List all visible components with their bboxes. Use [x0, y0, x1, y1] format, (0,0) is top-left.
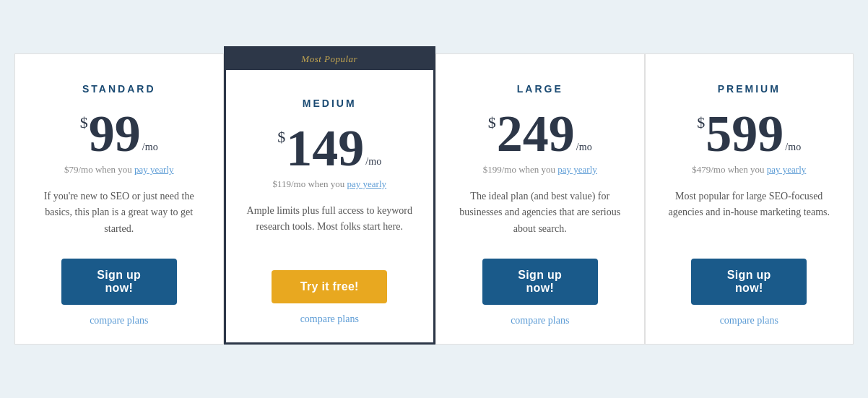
currency-large: $: [488, 115, 496, 131]
currency-standard: $: [80, 115, 88, 131]
try-free-button-medium[interactable]: Try it free!: [272, 270, 387, 303]
pricing-container: STANDARD $ 99 /mo $79/mo when you pay ye…: [14, 53, 854, 345]
per-month-large: /mo: [576, 142, 592, 152]
signup-button-large[interactable]: Sign up now!: [482, 259, 598, 305]
amount-premium: 599: [706, 108, 784, 160]
currency-medium: $: [277, 129, 285, 145]
amount-large: 249: [497, 108, 575, 160]
amount-medium: 149: [286, 122, 364, 174]
price-block-large: $ 249 /mo: [488, 108, 592, 160]
price-block-standard: $ 99 /mo: [80, 108, 158, 160]
pricing-card-medium: Most Popular MEDIUM $ 149 /mo $119/mo wh…: [224, 46, 436, 345]
currency-premium: $: [697, 115, 705, 131]
compare-plans-link-large[interactable]: compare plans: [511, 315, 569, 326]
pricing-card-standard: STANDARD $ 99 /mo $79/mo when you pay ye…: [14, 53, 224, 345]
pay-yearly-link-standard[interactable]: pay yearly: [134, 164, 174, 175]
plan-name-medium: MEDIUM: [303, 98, 357, 109]
price-block-premium: $ 599 /mo: [697, 108, 801, 160]
amount-standard: 99: [89, 108, 141, 160]
description-standard: If you're new to SEO or just need the ba…: [30, 189, 209, 237]
plan-name-premium: PREMIUM: [718, 83, 781, 95]
plan-name-large: LARGE: [517, 83, 563, 95]
description-premium: Most popular for large SEO-focused agenc…: [660, 189, 839, 237]
per-month-standard: /mo: [142, 142, 158, 152]
compare-plans-link-medium[interactable]: compare plans: [300, 313, 359, 325]
signup-button-premium[interactable]: Sign up now!: [691, 259, 807, 305]
most-popular-banner: Most Popular: [226, 48, 434, 70]
plan-name-standard: STANDARD: [82, 83, 156, 95]
pricing-card-large: LARGE $ 249 /mo $199/mo when you pay yea…: [435, 53, 645, 345]
pay-yearly-link-medium[interactable]: pay yearly: [347, 178, 387, 189]
yearly-note-premium: $479/mo when you pay yearly: [692, 164, 806, 176]
yearly-note-medium: $119/mo when you pay yearly: [272, 178, 386, 190]
compare-plans-link-standard[interactable]: compare plans: [90, 315, 148, 326]
description-large: The ideal plan (and best value) for busi…: [451, 189, 630, 237]
price-block-medium: $ 149 /mo: [277, 122, 381, 174]
per-month-premium: /mo: [785, 142, 801, 152]
description-medium: Ample limits plus full access to keyword…: [240, 203, 420, 248]
signup-button-standard[interactable]: Sign up now!: [61, 259, 177, 305]
per-month-medium: /mo: [365, 157, 381, 167]
pay-yearly-link-premium[interactable]: pay yearly: [767, 164, 807, 175]
compare-plans-link-premium[interactable]: compare plans: [720, 315, 778, 326]
yearly-note-standard: $79/mo when you pay yearly: [64, 164, 174, 176]
yearly-note-large: $199/mo when you pay yearly: [483, 164, 597, 176]
pay-yearly-link-large[interactable]: pay yearly: [557, 164, 597, 175]
pricing-card-premium: PREMIUM $ 599 /mo $479/mo when you pay y…: [645, 53, 854, 345]
